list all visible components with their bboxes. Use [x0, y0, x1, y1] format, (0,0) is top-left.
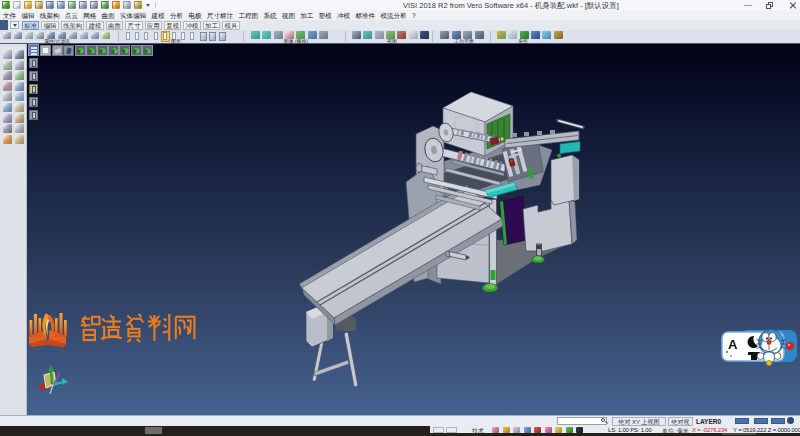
svg-text:A: A — [728, 337, 738, 352]
